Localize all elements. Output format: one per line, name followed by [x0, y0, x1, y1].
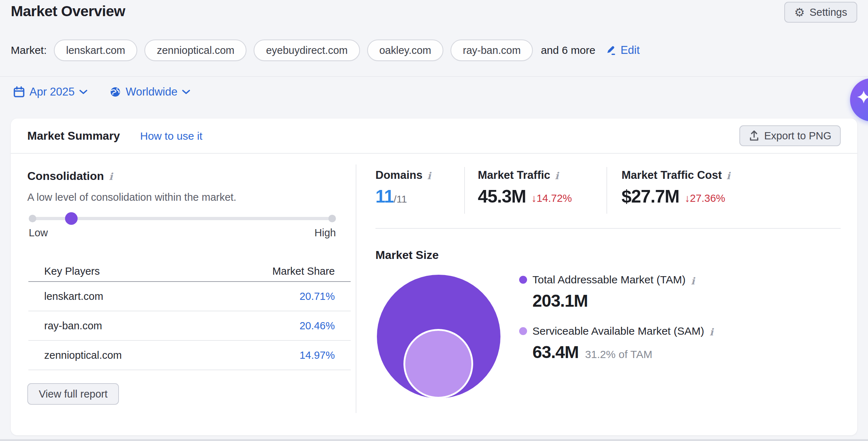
export-png-button[interactable]: Export to PNG	[739, 125, 841, 146]
edit-market-link[interactable]: Edit	[605, 44, 640, 57]
column-divider	[356, 164, 356, 413]
how-to-use-link[interactable]: How to use it	[140, 130, 202, 142]
market-size-legend: Total Addressable Market (TAM) i 203.1M …	[519, 274, 713, 362]
key-players-table: Key Players Market Share lenskart.com 20…	[28, 261, 351, 370]
sam-legend-item: Serviceable Available Market (SAM) i 63.…	[519, 325, 713, 362]
stats-divider	[375, 228, 841, 229]
market-traffic-cost-stat-value: $27.7M	[622, 187, 679, 205]
info-icon[interactable]: i	[555, 169, 559, 181]
market-share-header: Market Share	[204, 261, 351, 282]
share-cell[interactable]: 20.46%	[204, 311, 351, 340]
tam-value: 203.1M	[532, 292, 588, 311]
info-icon[interactable]: i	[726, 169, 730, 181]
share-cell[interactable]: 14.97%	[204, 340, 351, 370]
slider-low-end-dot	[29, 215, 36, 222]
slider-low-label: Low	[29, 227, 48, 239]
info-icon[interactable]: i	[427, 169, 431, 181]
gear-icon: ⚙	[794, 6, 805, 18]
market-domain-pill[interactable]: oakley.com	[367, 40, 444, 61]
slider-high-end-dot	[328, 215, 336, 222]
sam-percent-of-tam: 31.2% of TAM	[585, 348, 652, 361]
market-traffic-stat: Market Traffic i 45.3M ↓14.72%	[478, 169, 572, 205]
card-divider	[11, 153, 857, 154]
tam-legend-dot	[519, 276, 527, 284]
ai-assistant-button[interactable]	[850, 78, 868, 121]
table-row: ray-ban.com 20.46%	[28, 311, 351, 340]
page-title: Market Overview	[11, 3, 125, 20]
view-full-report-label: View full report	[39, 388, 107, 400]
calendar-icon	[13, 86, 25, 98]
region-filter[interactable]: Worldwide	[109, 85, 190, 98]
info-icon[interactable]: i	[109, 170, 112, 181]
market-domain-pill[interactable]: zennioptical.com	[144, 40, 246, 61]
market-domain-pill[interactable]: ray-ban.com	[451, 40, 533, 61]
market-domain-pill[interactable]: eyebuydirect.com	[254, 40, 360, 61]
market-traffic-stat-value: 45.3M	[478, 187, 526, 205]
region-filter-label: Worldwide	[126, 85, 177, 98]
domains-stat: Domains i 11 /11	[375, 169, 431, 205]
settings-button[interactable]: ⚙ Settings	[784, 2, 857, 23]
consolidation-description: A low level of consolidation within the …	[27, 191, 236, 203]
info-icon[interactable]: i	[691, 274, 694, 286]
filter-row: Apr 2025 Worldwide	[13, 85, 190, 98]
stat-divider	[606, 167, 607, 214]
domain-cell: ray-ban.com	[28, 311, 204, 340]
market-traffic-cost-stat-label: Market Traffic Cost	[622, 169, 722, 182]
export-icon	[749, 130, 760, 141]
info-icon[interactable]: i	[710, 325, 713, 337]
domains-stat-label: Domains	[375, 169, 423, 182]
chevron-down-icon	[79, 89, 88, 95]
stat-divider	[464, 167, 465, 214]
domain-cell: lenskart.com	[28, 282, 204, 311]
header-divider	[0, 76, 868, 77]
slider-high-label: High	[314, 227, 336, 239]
market-traffic-stat-change: ↓14.72%	[531, 193, 572, 205]
sparkles-icon	[850, 78, 868, 121]
domain-cell: zennioptical.com	[28, 340, 204, 370]
tam-label: Total Addressable Market (TAM)	[532, 274, 685, 286]
market-traffic-cost-stat: Market Traffic Cost i $27.7M ↓27.36%	[622, 169, 730, 205]
sam-value: 63.4M	[532, 343, 578, 362]
market-traffic-cost-stat-change: ↓27.36%	[685, 193, 725, 205]
globe-icon	[109, 86, 121, 98]
consolidation-slider[interactable]	[32, 211, 332, 226]
market-summary-card: Market Summary How to use it Export to P…	[11, 119, 857, 435]
window-bottom-edge	[0, 439, 868, 441]
market-traffic-stat-label: Market Traffic	[478, 169, 550, 182]
table-row: zennioptical.com 14.97%	[28, 340, 351, 370]
market-size-title: Market Size	[375, 249, 439, 262]
slider-handle[interactable]	[65, 212, 78, 225]
domains-stat-suffix: /11	[394, 194, 407, 205]
market-label: Market:	[11, 44, 47, 56]
sam-circle	[403, 329, 473, 399]
key-players-header: Key Players	[28, 261, 204, 282]
share-cell[interactable]: 20.71%	[204, 282, 351, 311]
edit-label: Edit	[620, 44, 640, 57]
pencil-icon	[605, 45, 617, 56]
table-row: lenskart.com 20.71%	[28, 282, 351, 311]
more-domains-text: and 6 more	[541, 44, 595, 56]
sam-label: Serviceable Available Market (SAM)	[532, 325, 704, 337]
sam-legend-dot	[519, 327, 527, 335]
table-header-row: Key Players Market Share	[28, 261, 351, 282]
market-domains-bar: Market: lenskart.com zennioptical.com ey…	[11, 40, 640, 61]
date-filter[interactable]: Apr 2025	[13, 85, 88, 98]
domains-stat-value: 11	[375, 187, 394, 205]
card-title: Market Summary	[27, 129, 120, 143]
chevron-down-icon	[182, 89, 190, 95]
market-domain-pill[interactable]: lenskart.com	[54, 40, 137, 61]
view-full-report-button[interactable]: View full report	[27, 383, 119, 405]
consolidation-title: Consolidation	[27, 170, 104, 183]
consolidation-header: Consolidation i	[27, 170, 113, 183]
settings-label: Settings	[809, 6, 847, 18]
market-overview-page: Market Overview ⚙ Settings Market: lensk…	[0, 0, 868, 441]
export-label: Export to PNG	[764, 130, 831, 142]
slider-labels: Low High	[29, 227, 336, 239]
tam-legend-item: Total Addressable Market (TAM) i 203.1M	[519, 274, 713, 311]
date-filter-label: Apr 2025	[29, 85, 75, 98]
